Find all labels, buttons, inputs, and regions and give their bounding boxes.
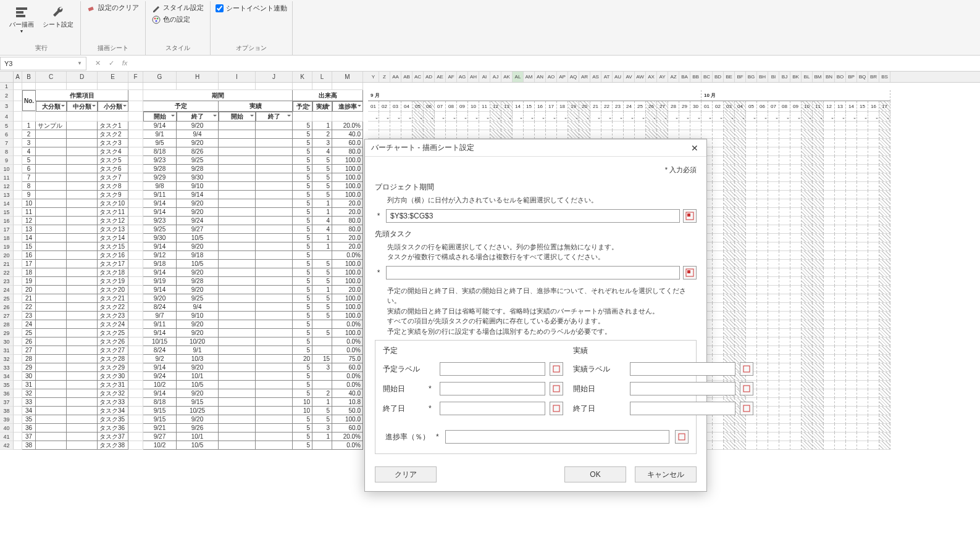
timeline-cell[interactable] xyxy=(857,294,868,303)
row-header[interactable]: 18 xyxy=(0,234,14,242)
timeline-cell[interactable] xyxy=(802,294,813,303)
timeline-cell[interactable]: 16 xyxy=(535,101,546,112)
row-act-end[interactable] xyxy=(256,165,293,173)
row-sho[interactable]: タスク20 xyxy=(98,286,128,294)
row-y[interactable]: 5 xyxy=(293,182,312,191)
cell[interactable] xyxy=(14,165,22,173)
timeline-cell[interactable] xyxy=(457,112,468,122)
timeline-cell[interactable] xyxy=(746,286,757,294)
cell[interactable] xyxy=(312,112,332,122)
row-plan-start[interactable]: 9/23 xyxy=(143,217,177,225)
timeline-cell[interactable] xyxy=(857,112,868,122)
timeline-cell[interactable]: 07 xyxy=(435,101,446,112)
timeline-cell[interactable]: 08 xyxy=(446,101,457,112)
timeline-cell[interactable] xyxy=(724,303,735,312)
timeline-cell[interactable] xyxy=(757,346,768,355)
timeline-cell[interactable] xyxy=(790,277,802,286)
timeline-cell[interactable] xyxy=(802,389,813,398)
cell[interactable] xyxy=(14,389,22,398)
timeline-cell[interactable] xyxy=(846,432,857,441)
timeline-cell[interactable] xyxy=(802,286,813,294)
row-y[interactable]: 5 xyxy=(293,277,312,286)
cell[interactable] xyxy=(14,346,22,355)
row-plan-end[interactable]: 9/14 xyxy=(177,191,219,199)
timeline-cell[interactable] xyxy=(824,312,835,320)
row-plan-end[interactable]: 9/18 xyxy=(177,251,219,260)
timeline-cell[interactable] xyxy=(746,277,757,286)
col-header[interactable]: AT xyxy=(601,72,613,82)
timeline-cell[interactable] xyxy=(724,329,735,337)
row-dai[interactable] xyxy=(36,225,67,234)
sheet-settings-button[interactable]: シート設定 xyxy=(40,2,77,31)
row-header[interactable]: 29 xyxy=(0,329,14,337)
row-chu[interactable] xyxy=(67,389,98,398)
row-act-start[interactable] xyxy=(219,389,256,398)
row-plan-end[interactable]: 9/20 xyxy=(177,199,219,208)
row-chu[interactable] xyxy=(67,398,98,407)
timeline-cell[interactable] xyxy=(779,407,790,415)
timeline-cell[interactable] xyxy=(824,268,835,277)
timeline-cell[interactable] xyxy=(868,424,879,432)
timeline-cell[interactable] xyxy=(768,139,779,147)
timeline-cell[interactable] xyxy=(879,112,890,122)
timeline-cell[interactable] xyxy=(368,122,379,130)
timeline-cell[interactable] xyxy=(724,251,735,260)
timeline-cell[interactable] xyxy=(813,242,824,251)
timeline-cell[interactable] xyxy=(835,130,846,139)
timeline-cell[interactable] xyxy=(802,346,813,355)
timeline-cell[interactable] xyxy=(568,130,579,139)
timeline-cell[interactable] xyxy=(779,251,790,260)
timeline-cell[interactable]: 11 xyxy=(479,101,490,112)
timeline-cell[interactable] xyxy=(724,217,735,225)
timeline-cell[interactable] xyxy=(802,217,813,225)
timeline-cell[interactable] xyxy=(713,139,724,147)
row-plan-start[interactable]: 9/14 xyxy=(143,122,177,130)
timeline-cell[interactable] xyxy=(535,122,546,130)
timeline-cell[interactable] xyxy=(846,191,857,199)
row-act-end[interactable] xyxy=(256,242,293,251)
row-header[interactable]: 17 xyxy=(0,225,14,234)
row-plan-end[interactable]: 9/20 xyxy=(177,139,219,147)
timeline-cell[interactable] xyxy=(835,156,846,165)
cell[interactable] xyxy=(219,83,256,90)
row-dai[interactable] xyxy=(36,182,67,191)
timeline-cell[interactable] xyxy=(802,130,813,139)
timeline-cell[interactable] xyxy=(779,156,790,165)
row-progress[interactable]: 100.0 xyxy=(332,312,363,320)
cell[interactable] xyxy=(128,147,143,156)
timeline-cell[interactable] xyxy=(868,432,879,441)
col-header[interactable]: AG xyxy=(457,72,468,82)
timeline-cell[interactable] xyxy=(835,424,846,432)
timeline-cell[interactable] xyxy=(735,234,746,242)
row-sho[interactable]: タスク13 xyxy=(98,225,128,234)
timeline-cell[interactable] xyxy=(835,225,846,234)
cell[interactable] xyxy=(14,208,22,217)
row-header[interactable]: 4 xyxy=(0,112,14,122)
row-y[interactable]: 20 xyxy=(293,355,312,363)
timeline-cell[interactable] xyxy=(802,424,813,432)
timeline-cell[interactable] xyxy=(768,122,779,130)
timeline-cell[interactable] xyxy=(824,199,835,208)
row-sho[interactable]: タスク17 xyxy=(98,260,128,268)
timeline-cell[interactable] xyxy=(857,432,868,441)
timeline-cell[interactable] xyxy=(857,234,868,242)
timeline-cell[interactable] xyxy=(813,277,824,286)
timeline-cell[interactable] xyxy=(757,372,768,381)
timeline-cell[interactable] xyxy=(813,199,824,208)
col-header[interactable]: AU xyxy=(613,72,624,82)
row-act-end[interactable] xyxy=(256,407,293,415)
timeline-cell[interactable] xyxy=(879,268,890,277)
col-header[interactable]: AA xyxy=(390,72,401,82)
timeline-cell[interactable] xyxy=(779,337,790,346)
row-y[interactable]: 5 xyxy=(293,303,312,312)
row-j[interactable]: 1 xyxy=(312,234,332,242)
timeline-cell[interactable] xyxy=(790,156,802,165)
timeline-cell[interactable] xyxy=(713,173,724,182)
row-no[interactable]: 16 xyxy=(22,251,36,260)
row-header[interactable]: 40 xyxy=(0,424,14,432)
cell[interactable] xyxy=(312,83,332,90)
timeline-cell[interactable]: 04 xyxy=(735,101,746,112)
row-sho[interactable]: タスク12 xyxy=(98,217,128,225)
row-j[interactable]: 5 xyxy=(312,260,332,268)
timeline-cell[interactable] xyxy=(713,147,724,156)
